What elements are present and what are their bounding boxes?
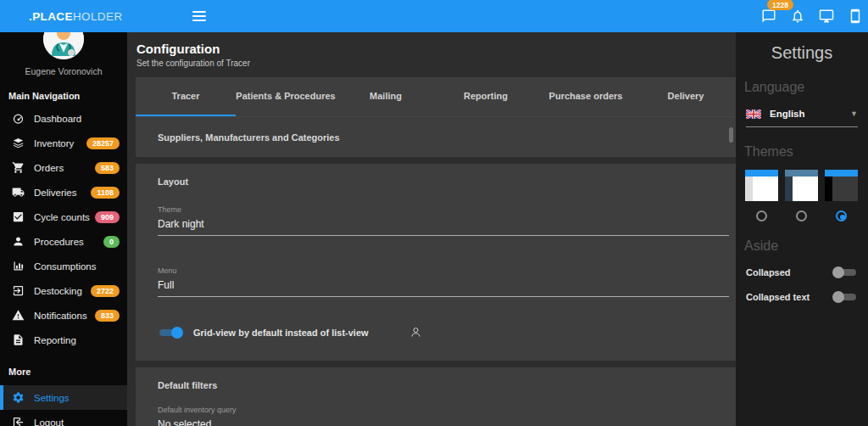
sidebar-item-label: Logout bbox=[34, 418, 64, 426]
section-suppliers[interactable]: Suppliers, Manufacturers and Categories bbox=[136, 116, 736, 157]
sidebar-item-settings[interactable]: Settings bbox=[0, 385, 127, 410]
cart-icon bbox=[12, 161, 25, 175]
topbar-actions: 1228 bbox=[761, 0, 863, 32]
hamburger-icon[interactable] bbox=[192, 8, 206, 24]
collapsed-text-row: Collapsed text bbox=[746, 291, 858, 303]
themes-row bbox=[745, 170, 868, 221]
theme-option-dark[interactable] bbox=[825, 170, 858, 221]
count-badge: 28257 bbox=[86, 137, 120, 149]
grid-view-toggle[interactable] bbox=[158, 327, 183, 339]
bell-icon[interactable] bbox=[790, 8, 805, 24]
tab-delivery[interactable]: Delivery bbox=[636, 77, 736, 116]
logout-icon bbox=[12, 416, 25, 426]
collapsed-row: Collapsed bbox=[746, 266, 858, 278]
tab-tracer[interactable]: Tracer bbox=[136, 77, 236, 116]
sidebar-item-reporting[interactable]: Reporting bbox=[0, 328, 127, 352]
theme-label: Theme bbox=[158, 205, 729, 214]
theme-radio-light[interactable] bbox=[756, 210, 767, 221]
menu-select[interactable]: Menu Full bbox=[158, 266, 729, 297]
tab-label: Patients & Procedures bbox=[236, 91, 335, 101]
brand-logo[interactable]: .PLACEHOLDER bbox=[29, 10, 123, 23]
aside-title: Settings bbox=[736, 43, 868, 63]
more-section-header: More bbox=[0, 352, 127, 382]
menu-value: Full bbox=[158, 279, 729, 291]
sidebar-item-consumptions[interactable]: Consumptions bbox=[0, 254, 127, 278]
sidebar-item-label: Inventory bbox=[34, 138, 74, 149]
phone-icon[interactable] bbox=[848, 8, 863, 24]
checkbox-icon bbox=[12, 210, 25, 224]
collapsed-text-toggle[interactable] bbox=[832, 291, 858, 303]
theme-option-light[interactable] bbox=[745, 170, 778, 221]
sidebar-item-notifications[interactable]: Notifications833 bbox=[0, 303, 127, 328]
layout-card: Layout Theme Dark night Menu Full Grid-v… bbox=[136, 164, 736, 361]
sidebar-item-dashboard[interactable]: Dashboard bbox=[0, 106, 127, 131]
sidebar-item-label: Procedures bbox=[34, 237, 84, 247]
filters-header: Default filters bbox=[158, 380, 729, 390]
app-window: .PLACEHOLDER 1228 Eugene Voronovich Main… bbox=[0, 0, 868, 426]
sidebar-item-destocking[interactable]: Destocking2722 bbox=[0, 278, 127, 303]
language-select[interactable]: English ▼ bbox=[746, 109, 858, 127]
sidebar-item-label: Orders bbox=[34, 163, 64, 173]
gear-icon bbox=[12, 391, 25, 405]
tabs-card: TracerPatients & ProceduresMailingReport… bbox=[136, 77, 736, 157]
nav-section-header: Main Navigation bbox=[0, 76, 127, 106]
tab-label: Mailing bbox=[370, 91, 402, 101]
page-head: Configuration Set the configuration of T… bbox=[127, 32, 736, 68]
filters-card: Default filters Default inventory query … bbox=[136, 367, 736, 426]
grid-view-toggle-label: Grid-view by default instead of list-vie… bbox=[193, 328, 369, 338]
inventory-query-value: No selected bbox=[158, 418, 729, 426]
sidebar-item-label: Reporting bbox=[34, 335, 76, 345]
sidebar-item-deliveries[interactable]: Deliveries1108 bbox=[0, 180, 127, 205]
page-subtitle: Set the configuration of Tracer bbox=[136, 59, 736, 68]
person-icon bbox=[12, 235, 25, 249]
dashboard-icon bbox=[12, 112, 25, 126]
count-badge: 833 bbox=[95, 310, 120, 322]
sidebar-item-logout[interactable]: Logout bbox=[0, 410, 127, 426]
sidebar-item-label: Cycle counts bbox=[34, 212, 90, 222]
count-badge: 909 bbox=[95, 211, 120, 223]
aside-section-header: Aside bbox=[744, 238, 868, 254]
count-badge: 0 bbox=[103, 236, 120, 248]
doctor-avatar bbox=[43, 32, 84, 59]
sidebar-item-cycle-counts[interactable]: Cycle counts909 bbox=[0, 205, 127, 229]
sidebar-item-procedures[interactable]: Procedures0 bbox=[0, 229, 127, 254]
top-header-bar: .PLACEHOLDER 1228 bbox=[0, 0, 868, 32]
count-badge: 583 bbox=[95, 162, 120, 174]
theme-radio-slate[interactable] bbox=[796, 210, 807, 221]
tab-purchase-orders[interactable]: Purchase orders bbox=[536, 77, 636, 116]
tab-label: Tracer bbox=[171, 91, 199, 101]
warning-icon bbox=[12, 309, 25, 322]
aside-toggles: CollapsedCollapsed text bbox=[736, 266, 868, 303]
avatar[interactable] bbox=[43, 32, 84, 59]
theme-option-slate[interactable] bbox=[785, 170, 818, 221]
tab-reporting[interactable]: Reporting bbox=[436, 77, 536, 116]
sidebar-item-inventory[interactable]: Inventory28257 bbox=[0, 131, 127, 155]
brand-bold: .PLACE bbox=[29, 10, 73, 23]
tab-patients-procedures[interactable]: Patients & Procedures bbox=[236, 77, 336, 116]
scrollbar-thumb[interactable] bbox=[729, 127, 733, 143]
exit-box-icon bbox=[12, 284, 25, 298]
theme-swatch-slate bbox=[785, 170, 818, 201]
theme-select[interactable]: Theme Dark night bbox=[158, 205, 729, 236]
count-badge: 1108 bbox=[91, 187, 120, 199]
document-icon bbox=[12, 334, 25, 347]
language-section-header: Language bbox=[744, 80, 868, 95]
inventory-icon bbox=[12, 137, 25, 150]
desktop-icon[interactable] bbox=[819, 8, 834, 24]
sidebar-item-orders[interactable]: Orders583 bbox=[0, 155, 127, 180]
tab-label: Reporting bbox=[464, 91, 508, 101]
count-badge: 2722 bbox=[91, 285, 120, 297]
tab-mailing[interactable]: Mailing bbox=[336, 77, 436, 116]
tab-label: Purchase orders bbox=[549, 91, 623, 101]
theme-radio-dark[interactable] bbox=[836, 210, 847, 221]
tab-bar: TracerPatients & ProceduresMailingReport… bbox=[136, 77, 736, 116]
tab-label: Delivery bbox=[668, 91, 704, 101]
chat-icon[interactable]: 1228 bbox=[761, 8, 776, 24]
truck-icon bbox=[12, 186, 25, 199]
nav-main-list: DashboardInventory28257Orders583Deliveri… bbox=[0, 106, 127, 352]
collapsed-text-label: Collapsed text bbox=[746, 292, 810, 302]
collapsed-toggle[interactable] bbox=[832, 266, 858, 278]
inventory-query-select[interactable]: Default inventory query No selected bbox=[158, 406, 729, 426]
grid-view-toggle-row: Grid-view by default instead of list-vie… bbox=[158, 326, 729, 339]
main-content: Configuration Set the configuration of T… bbox=[127, 32, 736, 426]
